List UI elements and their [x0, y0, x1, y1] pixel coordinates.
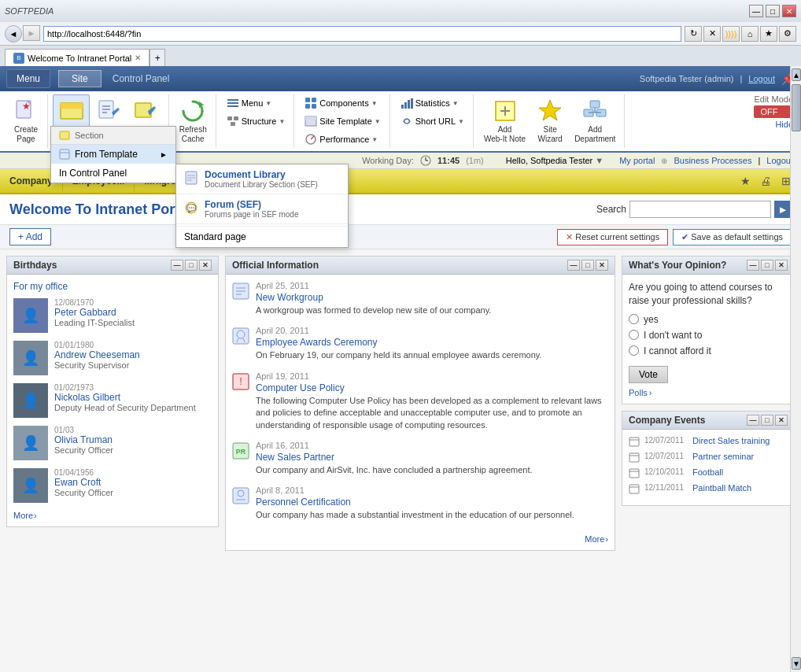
event-link-4[interactable]: Paintball Match: [692, 483, 751, 494]
short-url-button[interactable]: Short URL ▼: [395, 113, 470, 130]
document-library-item[interactable]: Document Library Document Library Sectio…: [176, 164, 348, 194]
site-tab[interactable]: Site: [58, 70, 102, 87]
new-tab-button[interactable]: +: [149, 49, 165, 66]
scroll-thumb[interactable]: [792, 84, 801, 131]
statistics-button[interactable]: Statistics ▼: [395, 94, 470, 112]
svg-rect-24: [305, 116, 316, 120]
business-processes-link[interactable]: Business Processes: [674, 156, 751, 165]
app-container: Menu Site Control Panel Softpedia Tester…: [0, 66, 801, 672]
forward-button[interactable]: ►: [23, 25, 40, 41]
event-link-3[interactable]: Football: [692, 467, 723, 478]
back-button[interactable]: ◄: [5, 25, 22, 42]
my-portal-link[interactable]: My portal: [619, 156, 655, 165]
cert-date: April 8, 2011: [256, 486, 608, 495]
in-control-panel-item[interactable]: In Control Panel: [51, 164, 175, 183]
bookmark-icon[interactable]: ★: [736, 172, 754, 190]
minimize-button[interactable]: —: [749, 5, 763, 17]
resize-widget-button[interactable]: □: [185, 260, 197, 271]
maximize-button[interactable]: □: [766, 5, 780, 17]
close-widget-button[interactable]: ✕: [199, 260, 212, 271]
tab-close-button[interactable]: ✕: [135, 54, 141, 62]
create-page-button[interactable]: ★ CreatePage: [8, 94, 44, 148]
events-resize-button[interactable]: □: [761, 415, 773, 426]
poll-radio-cant[interactable]: [629, 345, 639, 356]
cert-link[interactable]: Personnel Certification: [256, 497, 608, 508]
poll-radio-no[interactable]: [629, 330, 639, 340]
scroll-down-button[interactable]: ▼: [792, 657, 801, 670]
nickolas-name-link[interactable]: Nickolas Gilbert: [54, 392, 212, 403]
svg-rect-68: [629, 453, 639, 462]
add-button[interactable]: + Add: [9, 228, 51, 246]
events-close-button[interactable]: ✕: [775, 415, 788, 426]
active-tab[interactable]: B Welcome To Intranet Portal ✕: [5, 49, 149, 66]
andrew-name-link[interactable]: Andrew Cheeseman: [54, 349, 212, 360]
close-button[interactable]: ✕: [782, 5, 796, 17]
vertical-scrollbar[interactable]: ▲ ▼: [790, 66, 801, 672]
search-label: Search: [596, 204, 626, 215]
from-template-item[interactable]: From Template ► Document Library Documen…: [51, 145, 175, 164]
add-webit-note-button[interactable]: AddWeb-It Note: [478, 94, 531, 148]
peter-name-link[interactable]: Peter Gabbard: [54, 307, 212, 318]
menu-button[interactable]: Menu: [6, 69, 50, 88]
event-link-2[interactable]: Partner seminar: [692, 452, 754, 463]
birthdays-more-link[interactable]: More ›: [13, 511, 212, 520]
settings-button[interactable]: ⚙: [779, 26, 796, 42]
favorites-button[interactable]: ★: [760, 26, 777, 42]
partner-link[interactable]: New Sales Partner: [256, 452, 608, 463]
vote-button[interactable]: Vote: [629, 366, 668, 383]
poll-radio-yes[interactable]: [629, 314, 639, 324]
add-department-button[interactable]: AddDepartment: [569, 94, 621, 148]
search-input[interactable]: [629, 201, 771, 218]
control-panel-tab[interactable]: Control Panel: [105, 70, 178, 87]
menu-small-button[interactable]: Menu ▼: [221, 94, 291, 112]
address-input[interactable]: [43, 26, 681, 42]
edit-mode-status[interactable]: OFF: [754, 105, 793, 118]
poll-minimize-button[interactable]: —: [747, 260, 759, 271]
svg-rect-14: [227, 102, 238, 104]
search-button[interactable]: ►: [774, 201, 792, 218]
new-workgroup-content: April 25, 2011 New Workgroup A workgroup…: [256, 281, 608, 316]
events-minimize-button[interactable]: —: [747, 415, 759, 426]
clock-icon: [420, 155, 431, 166]
scroll-up-button[interactable]: ▲: [792, 68, 801, 81]
refresh-cache-button[interactable]: RefreshCache: [174, 94, 212, 148]
polls-link[interactable]: Polls ›: [629, 388, 788, 397]
poll-close-button[interactable]: ✕: [775, 260, 788, 271]
official-close-button[interactable]: ✕: [596, 260, 608, 271]
poll-resize-button[interactable]: □: [761, 260, 773, 271]
forum-sef-item[interactable]: 💬 Forum (SEF) Forums page in SEF mode: [176, 194, 348, 224]
hide-button[interactable]: Hide: [754, 120, 793, 129]
company-events-header: Company Events — □ ✕: [622, 412, 794, 430]
event-link-1[interactable]: Direct Sales training: [692, 436, 770, 447]
minimize-widget-button[interactable]: —: [171, 260, 183, 271]
avatar-olivia: 👤: [13, 426, 48, 460]
save-settings-button[interactable]: ✔ Save as default settings: [673, 229, 792, 246]
for-my-office-link[interactable]: For my office: [13, 281, 212, 292]
official-resize-button[interactable]: □: [581, 260, 594, 271]
print-icon[interactable]: 🖨: [757, 172, 774, 190]
home-button[interactable]: ⌂: [741, 26, 759, 42]
site-wizard-button[interactable]: SiteWizard: [532, 94, 568, 148]
reload-button[interactable]: ↻: [685, 26, 702, 42]
components-button[interactable]: Components ▼: [299, 94, 386, 112]
official-more-link[interactable]: More ›: [232, 534, 608, 544]
rss-button[interactable]: )))): [722, 26, 740, 42]
logout-link[interactable]: Logout: [748, 74, 775, 83]
official-minimize-button[interactable]: —: [567, 260, 580, 271]
document-library-text: Document Library Document Library Sectio…: [205, 169, 318, 189]
reset-settings-button[interactable]: ✕ Reset current settings: [557, 229, 668, 246]
structure-small-button[interactable]: Structure ▼: [221, 113, 291, 130]
stop-button[interactable]: ✕: [703, 26, 721, 42]
news-item: ! April 19, 2011 Computer Use Policy The…: [232, 371, 608, 431]
olivia-date: 01/03: [54, 426, 212, 434]
site-template-button[interactable]: Site Template ▼: [299, 113, 386, 130]
awards-link[interactable]: Employee Awards Ceremony: [256, 337, 608, 348]
policy-link[interactable]: Computer Use Policy: [256, 382, 608, 393]
structure-icon: [227, 115, 239, 127]
new-workgroup-link[interactable]: New Workgroup: [256, 292, 608, 303]
olivia-name-link[interactable]: Olivia Truman: [54, 434, 212, 445]
user-logout-link[interactable]: Logout: [766, 156, 793, 165]
performance-button[interactable]: Performance ▼: [299, 131, 386, 148]
standard-page-item[interactable]: Standard page: [176, 226, 348, 247]
ewan-name-link[interactable]: Ewan Croft: [54, 477, 212, 488]
